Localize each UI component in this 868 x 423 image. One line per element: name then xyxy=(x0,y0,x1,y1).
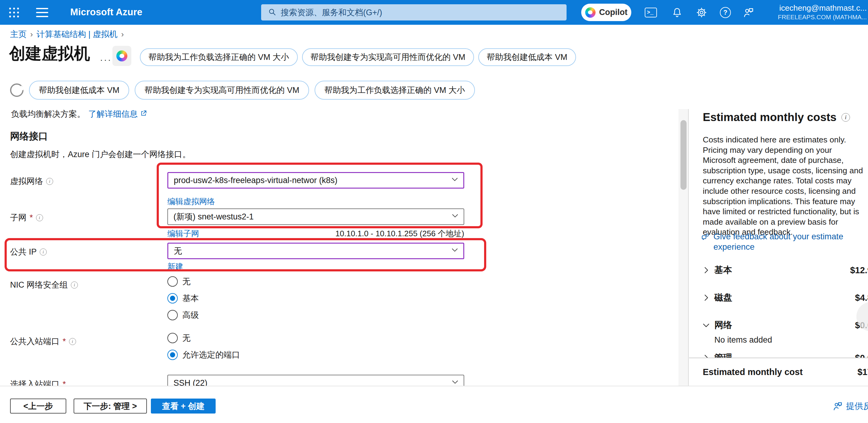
more-actions-button[interactable]: ··· xyxy=(100,54,112,65)
radio-button-selected[interactable] xyxy=(167,350,178,360)
section-description: 创建虚拟机时，Azure 门户会创建一个网络接口。 xyxy=(10,149,191,160)
brand-title[interactable]: Microsoft Azure xyxy=(70,7,142,18)
total-label: Estimated monthly cost xyxy=(703,367,803,377)
info-icon[interactable]: i xyxy=(40,249,47,255)
chevron-down-icon xyxy=(451,378,459,386)
info-icon[interactable]: i xyxy=(71,281,78,288)
costs-panel-title: Estimated monthly costs i xyxy=(703,111,850,124)
edit-virtual-network-link[interactable]: 编辑虚拟网络 xyxy=(167,196,215,207)
person-feedback-icon xyxy=(833,401,843,412)
section-title: 网络接口 xyxy=(10,130,48,143)
costs-disclaimer: Costs indicated here are estimates only.… xyxy=(703,135,866,237)
copilot-chip[interactable]: 帮助我创建专为实现高可用性而优化的 VM xyxy=(302,48,474,66)
feedback-button[interactable] xyxy=(742,5,755,20)
chevron-right-icon xyxy=(702,293,712,302)
info-icon[interactable]: i xyxy=(46,178,53,185)
cost-row-disk[interactable]: 磁盘 $4.8 xyxy=(702,291,868,304)
copilot-chip[interactable]: 帮助我为工作负载选择正确的 VM 大小 xyxy=(315,81,475,100)
global-search-input[interactable]: 搜索资源、服务和文档(G+/) xyxy=(261,4,566,21)
vertical-scrollbar[interactable] xyxy=(679,109,688,386)
top-bar: Microsoft Azure 搜索资源、服务和文档(G+/) Copilot … xyxy=(0,0,868,25)
radio-button[interactable] xyxy=(167,333,178,343)
subnet-address-range: 10.10.1.0 - 10.10.1.255 (256 个地址) xyxy=(275,228,464,239)
copilot-suggestions-button[interactable] xyxy=(113,46,131,66)
estimated-total-row: Estimated monthly cost $17 xyxy=(689,358,868,386)
nsg-option-basic[interactable]: 基本 xyxy=(167,293,199,304)
wizard-footer: <上一步 下一步: 管理 > 查看 + 创建 提供反馈 xyxy=(0,386,868,423)
chevron-right-icon xyxy=(702,265,712,275)
chevron-down-icon xyxy=(702,320,712,330)
notifications-button[interactable] xyxy=(670,5,684,20)
breadcrumb-section[interactable]: 计算基础结构 | 虚拟机 xyxy=(37,29,118,40)
previous-step-button[interactable]: <上一步 xyxy=(10,399,66,414)
edit-subnet-link[interactable]: 编辑子网 xyxy=(167,228,199,239)
public-inbound-ports-label: 公共入站端口 * i xyxy=(10,336,76,346)
learn-more-link[interactable]: 了解详细信息 xyxy=(88,109,147,119)
radio-button[interactable] xyxy=(167,276,178,287)
gear-icon xyxy=(696,7,707,18)
networking-tab-content: 负载均衡解决方案。 了解详细信息 网络接口 创建虚拟机时，Azure 门户会创建… xyxy=(0,109,679,386)
network-empty-note: No items added xyxy=(714,335,772,345)
app-launcher-icon[interactable] xyxy=(8,7,20,18)
footer-feedback-link[interactable]: 提供反馈 xyxy=(833,400,868,412)
speech-bubbles-icon xyxy=(701,233,710,242)
copilot-chip[interactable]: 帮助我创建低成本 VM xyxy=(478,48,576,66)
account-email: icecheng@mathmast.c... xyxy=(778,3,867,13)
account-menu[interactable]: icecheng@mathmast.c... FREELEAPS.COM (MA… xyxy=(778,3,867,21)
breadcrumb-home[interactable]: 主页 xyxy=(10,29,27,40)
cloud-shell-button[interactable]: >_ xyxy=(644,5,658,20)
create-new-public-ip-link[interactable]: 新建 xyxy=(167,261,183,272)
nsg-option-advanced[interactable]: 高级 xyxy=(167,310,199,320)
info-icon[interactable]: i xyxy=(69,338,76,345)
copilot-suggestion-chips-second: 帮助我创建低成本 VM 帮助我创建专为实现高可用性而优化的 VM 帮助我为工作负… xyxy=(10,81,475,100)
cost-row-network[interactable]: 网络 $0.0 xyxy=(702,318,868,332)
search-icon xyxy=(268,8,276,18)
nic-nsg-label: NIC 网络安全组 i xyxy=(10,280,78,290)
settings-button[interactable] xyxy=(694,5,709,20)
copilot-chip[interactable]: 帮助我为工作负载选择正确的 VM 大小 xyxy=(140,48,298,66)
nsg-option-none[interactable]: 无 xyxy=(167,276,191,287)
inbound-option-none[interactable]: 无 xyxy=(167,333,191,343)
panel-divider xyxy=(688,109,689,386)
copilot-icon xyxy=(585,7,595,18)
copilot-chip[interactable]: 帮助我创建专为实现高可用性而优化的 VM xyxy=(135,81,309,100)
radio-button-selected[interactable] xyxy=(167,293,178,304)
azure-portal-create-vm-page: Microsoft Azure 搜索资源、服务和文档(G+/) Copilot … xyxy=(0,0,868,423)
copilot-icon xyxy=(116,51,127,61)
public-ip-label: 公共 IP i xyxy=(10,247,47,257)
breadcrumb-separator: › xyxy=(30,30,33,39)
next-step-button[interactable]: 下一步: 管理 > xyxy=(73,399,147,414)
search-placeholder: 搜索资源、服务和文档(G+/) xyxy=(281,7,382,18)
public-ip-dropdown[interactable]: 无 xyxy=(167,243,464,259)
portal-menu-icon[interactable] xyxy=(36,8,48,17)
virtual-network-dropdown[interactable]: prod-usw2-k8s-freeleaps-virtual-networ (… xyxy=(167,172,464,189)
copilot-chip[interactable]: 帮助我创建低成本 VM xyxy=(29,81,129,100)
inbound-option-allow-selected[interactable]: 允许选定的端口 xyxy=(167,349,240,360)
info-icon[interactable]: i xyxy=(36,214,43,221)
copilot-button[interactable]: Copilot xyxy=(581,4,631,21)
radio-button[interactable] xyxy=(167,310,178,320)
virtual-network-label: 虚拟网络 i xyxy=(10,176,53,187)
estimated-costs-panel: Estimated monthly costs i Costs indicate… xyxy=(689,109,868,386)
cost-row-basic[interactable]: 基本 $12.9 xyxy=(702,263,868,277)
select-inbound-ports-dropdown[interactable]: SSH (22) xyxy=(167,375,464,386)
help-button[interactable]: ? xyxy=(718,5,733,20)
external-link-icon xyxy=(140,109,147,119)
estimate-feedback-link[interactable]: Give feedback about your estimate experi… xyxy=(701,231,847,252)
breadcrumb-separator: › xyxy=(121,30,124,39)
help-icon: ? xyxy=(720,7,731,18)
chevron-down-icon xyxy=(451,212,459,222)
account-tenant: FREELEAPS.COM (MATHMA... xyxy=(778,13,867,21)
intro-text-line: 负载均衡解决方案。 了解详细信息 xyxy=(11,109,147,119)
bell-icon xyxy=(672,7,683,18)
info-icon[interactable]: i xyxy=(841,113,850,122)
terminal-icon: >_ xyxy=(645,8,657,18)
intro-text: 负载均衡解决方案。 xyxy=(11,109,85,119)
subnet-dropdown[interactable]: (新项) snet-westus2-1 xyxy=(167,208,464,225)
scrollbar-thumb[interactable] xyxy=(680,120,687,190)
breadcrumb: 主页 › 计算基础结构 | 虚拟机 › xyxy=(10,29,124,40)
select-inbound-ports-label: 选择入站端口 * xyxy=(10,379,66,386)
total-amount: $17 xyxy=(858,367,868,377)
page-title: 创建虚拟机 xyxy=(9,43,90,65)
review-create-button[interactable]: 查看 + 创建 xyxy=(151,399,216,414)
